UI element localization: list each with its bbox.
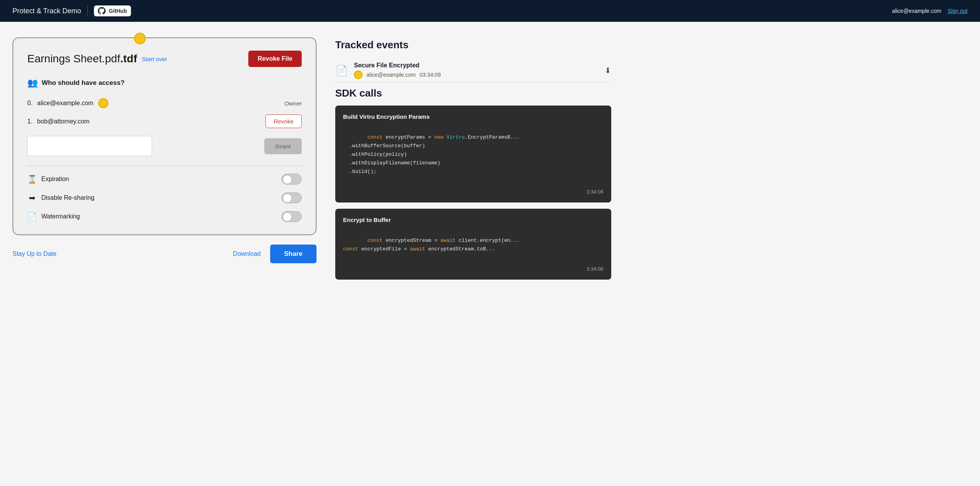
signout-link[interactable]: Sign out bbox=[948, 8, 968, 14]
file-name: Earnings Sheet.pdf.tdf bbox=[27, 53, 137, 65]
user-row-1: 1. bob@attorney.com Revoke bbox=[27, 111, 302, 131]
event-info: Secure File Encrypted alice@example.com … bbox=[354, 62, 598, 79]
sdk-block-0: Build Virtru Encryption Params const enc… bbox=[335, 106, 611, 202]
download-link[interactable]: Download bbox=[233, 250, 261, 257]
tracked-events-title: Tracked events bbox=[335, 39, 611, 51]
user-email: alice@example.com bbox=[892, 8, 941, 14]
access-header: 👥 Who should have access? bbox=[27, 78, 302, 88]
user-1-index: 1. bbox=[27, 118, 32, 125]
option-resharing-left: ➡ Disable Re-sharing bbox=[27, 193, 94, 202]
file-title-left: Earnings Sheet.pdf.tdf Start over bbox=[27, 53, 167, 65]
main-layout: Earnings Sheet.pdf.tdf Start over Revoke… bbox=[0, 22, 624, 298]
event-file-icon: 📄 bbox=[335, 65, 348, 77]
user-1-email: bob@attorney.com bbox=[37, 118, 89, 125]
event-item-0: 📄 Secure File Encrypted alice@example.co… bbox=[335, 59, 611, 83]
expiration-icon: ⌛ bbox=[27, 174, 37, 184]
github-label: GitHub bbox=[109, 8, 127, 14]
access-header-label: Who should have access? bbox=[42, 79, 125, 87]
options-section: ⌛ Expiration ➡ Disable Re-sharing 📄 W bbox=[27, 174, 302, 222]
grant-button[interactable]: Grant bbox=[264, 138, 302, 154]
user-row-1-left: 1. bob@attorney.com bbox=[27, 118, 90, 125]
sdk-title: SDK calls bbox=[335, 87, 611, 99]
bottom-right: Download Share bbox=[233, 245, 317, 263]
user-row-0: 0. alice@example.com Owner bbox=[27, 95, 302, 111]
start-over-link[interactable]: Start over bbox=[142, 56, 167, 62]
file-title-row: Earnings Sheet.pdf.tdf Start over Revoke… bbox=[27, 51, 302, 67]
option-expiration-left: ⌛ Expiration bbox=[27, 174, 69, 184]
file-name-base: Earnings Sheet.pdf bbox=[27, 53, 120, 65]
expiration-label: Expiration bbox=[41, 176, 69, 183]
resharing-icon: ➡ bbox=[27, 193, 37, 202]
app-title: Protect & Track Demo bbox=[12, 7, 81, 15]
sdk-block-1-time: 3:34:06 bbox=[343, 266, 603, 272]
option-watermark: 📄 Watermarking bbox=[27, 211, 302, 222]
option-expiration: ⌛ Expiration bbox=[27, 174, 302, 185]
file-ext: .tdf bbox=[120, 53, 137, 65]
sdk-block-1: Encrypt to Buffer const encryptedStream … bbox=[335, 209, 611, 280]
revoke-user-button[interactable]: Revoke bbox=[265, 114, 302, 128]
user-0-role: Owner bbox=[285, 100, 302, 107]
event-sub: alice@example.com 03:34:09 bbox=[354, 70, 598, 79]
sdk-block-0-code: const encryptParams = new Virtru.Encrypt… bbox=[343, 125, 603, 185]
bottom-bar: Stay Up to Date Download Share bbox=[12, 235, 317, 263]
event-name: Secure File Encrypted bbox=[354, 62, 598, 69]
stay-link[interactable]: Stay Up to Date bbox=[12, 250, 57, 257]
resharing-label: Disable Re-sharing bbox=[41, 194, 94, 201]
watermark-label: Watermarking bbox=[41, 213, 80, 220]
header-divider bbox=[87, 5, 88, 16]
sdk-block-1-title: Encrypt to Buffer bbox=[343, 217, 603, 223]
watermark-toggle[interactable] bbox=[281, 211, 302, 222]
user-0-email: alice@example.com bbox=[37, 100, 93, 107]
watermark-icon: 📄 bbox=[27, 212, 37, 221]
option-watermark-left: 📄 Watermarking bbox=[27, 212, 80, 221]
user-0-index: 0. bbox=[27, 100, 32, 107]
cursor-indicator-header bbox=[134, 33, 146, 44]
event-download-icon[interactable]: ⬇ bbox=[605, 66, 611, 75]
user-row-0-left: 0. alice@example.com bbox=[27, 98, 108, 108]
app-header: Protect & Track Demo GitHub alice@exampl… bbox=[0, 0, 980, 22]
resharing-toggle[interactable] bbox=[281, 192, 302, 203]
share-button[interactable]: Share bbox=[270, 245, 317, 263]
file-card: Earnings Sheet.pdf.tdf Start over Revoke… bbox=[12, 37, 317, 235]
github-icon bbox=[98, 7, 106, 15]
access-section: 👥 Who should have access? 0. alice@examp… bbox=[27, 78, 302, 156]
header-right: alice@example.com Sign out bbox=[892, 8, 968, 14]
github-badge[interactable]: GitHub bbox=[94, 5, 131, 16]
sdk-block-1-code: const encryptedStream = await client.enc… bbox=[343, 228, 603, 262]
cursor-indicator-user0 bbox=[98, 98, 108, 108]
add-user-row: Grant bbox=[27, 136, 302, 156]
revoke-file-button[interactable]: Revoke File bbox=[248, 51, 302, 67]
add-user-input[interactable] bbox=[27, 136, 152, 156]
event-user-dot bbox=[354, 70, 363, 79]
users-icon: 👥 bbox=[27, 78, 38, 88]
sdk-block-0-time: 3:34:06 bbox=[343, 189, 603, 195]
sdk-block-0-title: Build Virtru Encryption Params bbox=[343, 113, 603, 120]
expiration-toggle[interactable] bbox=[281, 174, 302, 185]
option-resharing: ➡ Disable Re-sharing bbox=[27, 192, 302, 203]
section-divider bbox=[27, 166, 302, 166]
event-time: 03:34:09 bbox=[419, 72, 441, 78]
header-left: Protect & Track Demo GitHub bbox=[12, 5, 131, 16]
right-panel: Tracked events 📄 Secure File Encrypted a… bbox=[335, 37, 611, 286]
left-panel: Earnings Sheet.pdf.tdf Start over Revoke… bbox=[12, 37, 317, 286]
event-email: alice@example.com bbox=[366, 72, 416, 78]
